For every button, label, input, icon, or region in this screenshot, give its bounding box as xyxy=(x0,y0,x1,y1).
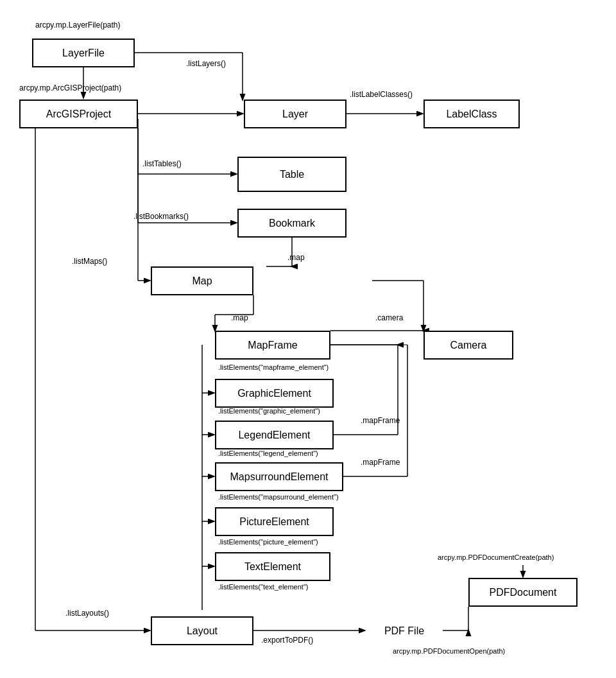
labelclass-box: LabelClass xyxy=(424,100,520,128)
textelement-box: TextElement xyxy=(215,552,330,581)
pdffile-box: PDF File xyxy=(366,616,443,645)
lbl-mapframe-legend: .mapFrame xyxy=(361,416,400,425)
labelclass-label: LabelClass xyxy=(446,109,497,120)
layout-label: Layout xyxy=(187,625,218,637)
arcgisproject-label: ArcGISProject xyxy=(46,109,111,120)
lbl-listelements-text: .listElements("text_element") xyxy=(218,583,308,591)
lbl-listelements-mapframe: .listElements("mapframe_element") xyxy=(218,363,329,371)
diagram: LayerFile ArcGISProject Layer LabelClass… xyxy=(0,0,616,678)
camera-box: Camera xyxy=(424,331,513,360)
lbl-listtables: .listTables() xyxy=(142,159,182,168)
layer-box: Layer xyxy=(244,100,346,128)
lbl-listlayouts: .listLayouts() xyxy=(65,609,109,618)
map-box: Map xyxy=(151,266,253,295)
graphicelement-label: GraphicElement xyxy=(237,388,311,399)
lbl-listelements-mapsurround: .listElements("mapsurround_element") xyxy=(218,493,339,501)
table-box: Table xyxy=(237,157,346,192)
layer-label: Layer xyxy=(282,109,308,120)
layerfile-box: LayerFile xyxy=(32,39,135,67)
lbl-listbookmarks: .listBookmarks() xyxy=(133,212,189,221)
graphicelement-box: GraphicElement xyxy=(215,379,334,408)
mapsurroundelement-box: MapsurroundElement xyxy=(215,462,343,491)
layout-box: Layout xyxy=(151,616,253,645)
arcgisproject-box: ArcGISProject xyxy=(19,100,138,128)
lbl-listelements-legend: .listElements("legend_element") xyxy=(218,449,318,457)
pictureelement-box: PictureElement xyxy=(215,507,334,536)
bookmark-label: Bookmark xyxy=(269,218,315,229)
lbl-listlabelclasses: .listLabelClasses() xyxy=(350,90,413,99)
lbl-arcpy-arcgisproject: arcpy.mp.ArcGISProject(path) xyxy=(19,83,121,92)
legendelement-label: LegendElement xyxy=(238,430,310,441)
lbl-camera: .camera xyxy=(375,313,403,322)
lbl-listelements-picture: .listElements("picture_element") xyxy=(218,538,318,546)
lbl-arcpy-pdfdocumentcreate: arcpy.mp.PDFDocumentCreate(path) xyxy=(438,553,554,561)
textelement-label: TextElement xyxy=(244,561,301,573)
pdfdocument-box: PDFDocument xyxy=(468,578,578,607)
mapsurroundelement-label: MapsurroundElement xyxy=(230,471,329,483)
lbl-map-bookmark: .map xyxy=(287,253,305,262)
lbl-arcpy-pdfdocumentopen: arcpy.mp.PDFDocumentOpen(path) xyxy=(393,647,505,655)
table-label: Table xyxy=(280,169,304,180)
lbl-arcpy-layerfile: arcpy.mp.LayerFile(path) xyxy=(35,21,121,30)
lbl-listmaps: .listMaps() xyxy=(72,257,107,266)
layerfile-label: LayerFile xyxy=(62,48,105,59)
map-label: Map xyxy=(192,275,212,287)
pictureelement-label: PictureElement xyxy=(239,516,309,528)
camera-label: Camera xyxy=(450,340,487,351)
bookmark-box: Bookmark xyxy=(237,209,346,238)
mapframe-box: MapFrame xyxy=(215,331,330,360)
lbl-listelements-graphic: .listElements("graphic_element") xyxy=(218,407,320,415)
pdffile-label: PDF File xyxy=(384,625,424,637)
legendelement-box: LegendElement xyxy=(215,421,334,449)
lbl-map-mapframe: .map xyxy=(231,313,248,322)
lbl-listlayers-top: .listLayers() xyxy=(186,59,226,68)
mapframe-label: MapFrame xyxy=(248,340,297,351)
pdfdocument-label: PDFDocument xyxy=(490,587,557,598)
lbl-mapframe-mapsurround: .mapFrame xyxy=(361,458,400,467)
lbl-exporttopdf: .exportToPDF() xyxy=(261,636,313,645)
